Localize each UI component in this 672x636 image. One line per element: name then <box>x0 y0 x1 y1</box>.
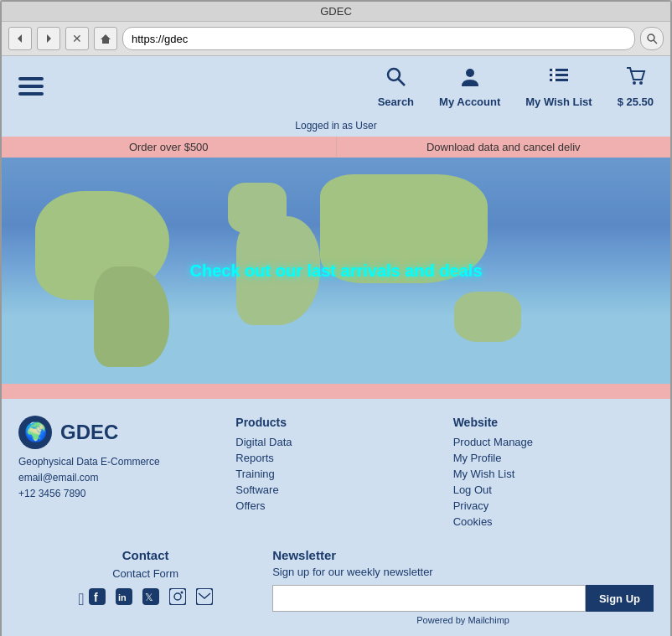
hamburger-line2 <box>18 85 44 88</box>
footer-link-cookies[interactable]: Cookies <box>453 515 654 528</box>
footer-bottom: Contact Contact Form  f in 𝕏 <box>18 548 654 625</box>
svg-line-4 <box>654 40 657 44</box>
footer-link-digital-data[interactable]: Digital Data <box>235 436 436 448</box>
footer-link-software[interactable]: Software <box>235 483 436 496</box>
header-nav: Search My Account My Wish List <box>378 65 654 108</box>
newsletter-title: Newsletter <box>272 548 654 562</box>
footer-link-my-profile[interactable]: My Profile <box>453 452 654 464</box>
footer-link-product-manage[interactable]: Product Manage <box>453 436 654 448</box>
linkedin-icon[interactable]: in <box>116 588 132 609</box>
products-title: Products <box>235 416 436 429</box>
nav-search[interactable]: Search <box>378 65 414 108</box>
svg-text:in: in <box>118 592 127 602</box>
footer-link-training[interactable]: Training <box>235 468 436 480</box>
wishlist-icon <box>547 65 571 94</box>
hamburger-line3 <box>18 92 44 96</box>
back-button[interactable] <box>8 27 32 50</box>
search-icon <box>384 65 407 94</box>
brand-row: 🌍 GDEC <box>18 416 219 449</box>
twitter-icon[interactable]: 𝕏 <box>142 588 159 609</box>
browser-window: GDEC ✕ <box>0 0 672 636</box>
website-title: Website <box>453 416 654 429</box>
footer-link-offers[interactable]: Offers <box>235 499 436 512</box>
svg-point-7 <box>466 69 474 77</box>
svg-text:f: f <box>94 591 98 604</box>
account-icon <box>458 65 482 94</box>
footer-brand: 🌍 GDEC Geophysical Data E-Commerce email… <box>18 416 219 531</box>
close-button[interactable]: ✕ <box>65 27 89 50</box>
nav-search-label: Search <box>378 96 414 108</box>
address-bar[interactable] <box>122 27 635 50</box>
svg-marker-0 <box>18 34 22 43</box>
footer-link-log-out[interactable]: Log Out <box>453 483 654 496</box>
contact-form-link[interactable]: Contact Form <box>18 567 272 580</box>
nav-wishlist[interactable]: My Wish List <box>525 65 592 108</box>
svg-point-12 <box>552 74 556 77</box>
hamburger-line1 <box>18 77 44 80</box>
email-icon[interactable] <box>196 588 213 609</box>
svg-text:𝕏: 𝕏 <box>145 592 153 603</box>
browser-titlebar: GDEC <box>2 2 670 22</box>
footer-contact: Contact Contact Form  f in 𝕏 <box>18 548 272 625</box>
globe-icon: 🌍 <box>18 416 52 449</box>
promo-right: Download data and cancel deliv <box>337 137 671 158</box>
hero-cta[interactable]: Check out our last arrivals and deals <box>189 261 482 281</box>
footer-top: 🌍 GDEC Geophysical Data E-Commerce email… <box>18 416 654 531</box>
svg-point-14 <box>633 81 636 85</box>
hamburger-menu[interactable] <box>18 77 44 96</box>
newsletter-input[interactable] <box>272 585 586 612</box>
brand-description: Geophysical Data E-Commerce email@email.… <box>18 454 219 503</box>
social-icons:  f in 𝕏 <box>18 588 272 609</box>
nav-wishlist-label: My Wish List <box>525 96 592 108</box>
pink-divider <box>2 384 670 399</box>
instagram-icon[interactable] <box>169 588 186 609</box>
svg-point-23 <box>174 593 181 600</box>
footer-newsletter: Newsletter Sign up for our weekly newsle… <box>272 548 654 625</box>
svg-point-3 <box>648 34 654 41</box>
page-content: Search My Account My Wish List <box>2 56 670 636</box>
newsletter-desc: Sign up for our weekly newsletter <box>272 566 654 578</box>
promo-banner: Order over $500 Download data and cancel… <box>2 137 670 158</box>
footer-website: Website Product Manage My Profile My Wis… <box>453 416 654 531</box>
nav-cart-label: $ 25.50 <box>618 96 654 108</box>
facebook-icon[interactable]:  f <box>78 588 106 609</box>
site-header: Search My Account My Wish List <box>2 56 670 116</box>
footer-link-my-wishlist[interactable]: My Wish List <box>453 468 654 480</box>
svg-rect-22 <box>169 588 186 605</box>
footer-link-privacy[interactable]: Privacy <box>453 499 654 512</box>
site-footer: 🌍 GDEC Geophysical Data E-Commerce email… <box>2 399 670 636</box>
newsletter-signup-button[interactable]: Sign Up <box>586 585 654 612</box>
nav-account-label: My Account <box>439 96 500 108</box>
contact-title: Contact <box>18 548 272 562</box>
hero-map: Check out our last arrivals and deals <box>2 158 670 384</box>
forward-button[interactable] <box>37 27 60 50</box>
svg-point-13 <box>552 79 556 82</box>
cart-icon <box>623 65 647 94</box>
svg-point-15 <box>639 81 643 85</box>
promo-left: Order over $500 <box>2 137 337 158</box>
nav-cart[interactable]: $ 25.50 <box>618 65 654 108</box>
brand-name: GDEC <box>60 421 118 444</box>
svg-point-5 <box>388 69 400 80</box>
svg-rect-25 <box>196 588 213 605</box>
svg-marker-1 <box>47 34 51 43</box>
svg-point-11 <box>552 69 556 72</box>
logged-label: Logged in as User <box>2 116 670 137</box>
browser-search-button[interactable] <box>640 27 664 50</box>
svg-marker-2 <box>101 34 111 44</box>
browser-title: GDEC <box>320 5 352 18</box>
browser-toolbar: ✕ <box>2 22 670 56</box>
footer-products: Products Digital Data Reports Training S… <box>235 416 436 531</box>
home-button[interactable] <box>94 27 117 50</box>
newsletter-form: Sign Up <box>272 585 654 612</box>
svg-point-24 <box>181 592 184 594</box>
nav-account[interactable]: My Account <box>439 65 500 108</box>
svg-line-6 <box>398 79 405 85</box>
mailchimp-label[interactable]: Powered by Mailchimp <box>272 615 654 625</box>
footer-link-reports[interactable]: Reports <box>235 452 436 464</box>
